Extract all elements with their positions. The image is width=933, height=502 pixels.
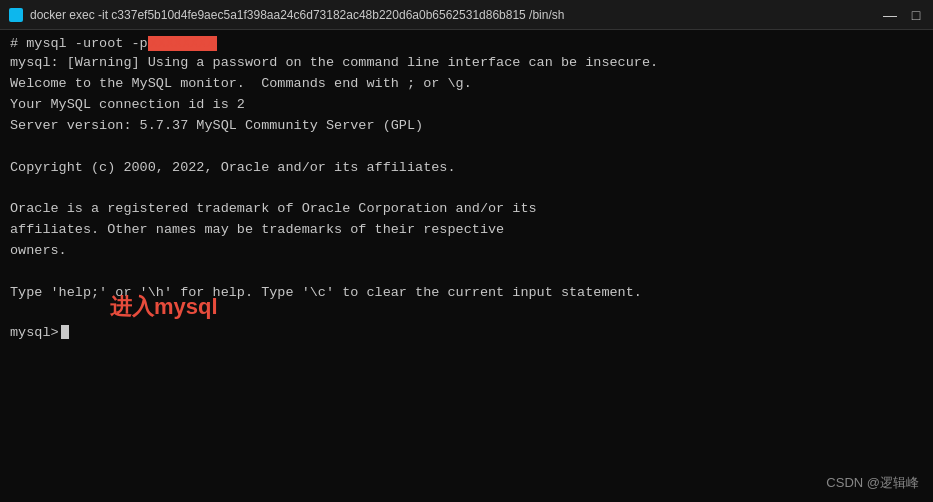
docker-icon-container bbox=[8, 7, 24, 23]
terminal-body[interactable]: # mysql -uroot -pXXXXXXXX mysql: [Warnin… bbox=[0, 30, 933, 502]
output-line-2: Welcome to the MySQL monitor. Commands e… bbox=[10, 74, 923, 95]
mysql-prompt-line: mysql> bbox=[10, 325, 923, 340]
title-bar: docker exec -it c337ef5b10d4fe9aec5a1f39… bbox=[0, 0, 933, 30]
output-line-3: Your MySQL connection id is 2 bbox=[10, 95, 923, 116]
blank-line-3 bbox=[10, 262, 923, 283]
minimize-button[interactable]: — bbox=[881, 6, 899, 24]
terminal-window: docker exec -it c337ef5b10d4fe9aec5a1f39… bbox=[0, 0, 933, 502]
output-line-7: affiliates. Other names may be trademark… bbox=[10, 220, 923, 241]
command-text: # mysql -uroot -p bbox=[10, 36, 148, 51]
cursor bbox=[61, 325, 69, 339]
password-text: XXXXXXXX bbox=[148, 36, 217, 51]
blank-line-2 bbox=[10, 179, 923, 200]
csdn-watermark: CSDN @逻辑峰 bbox=[826, 474, 919, 492]
window-controls: — □ bbox=[881, 6, 925, 24]
output-line-4: Server version: 5.7.37 MySQL Community S… bbox=[10, 116, 923, 137]
mysql-prompt: mysql> bbox=[10, 325, 59, 340]
window-title: docker exec -it c337ef5b10d4fe9aec5a1f39… bbox=[30, 8, 564, 22]
output-line-1: mysql: [Warning] Using a password on the… bbox=[10, 53, 923, 74]
output-line-8: owners. bbox=[10, 241, 923, 262]
title-bar-left: docker exec -it c337ef5b10d4fe9aec5a1f39… bbox=[8, 7, 564, 23]
output-line-5: Copyright (c) 2000, 2022, Oracle and/or … bbox=[10, 158, 923, 179]
command-line: # mysql -uroot -pXXXXXXXX bbox=[10, 36, 923, 51]
blank-line-1 bbox=[10, 137, 923, 158]
maximize-button[interactable]: □ bbox=[907, 6, 925, 24]
output-line-6: Oracle is a registered trademark of Orac… bbox=[10, 199, 923, 220]
annotation-text: 进入mysql bbox=[110, 292, 218, 322]
docker-icon bbox=[9, 8, 23, 22]
